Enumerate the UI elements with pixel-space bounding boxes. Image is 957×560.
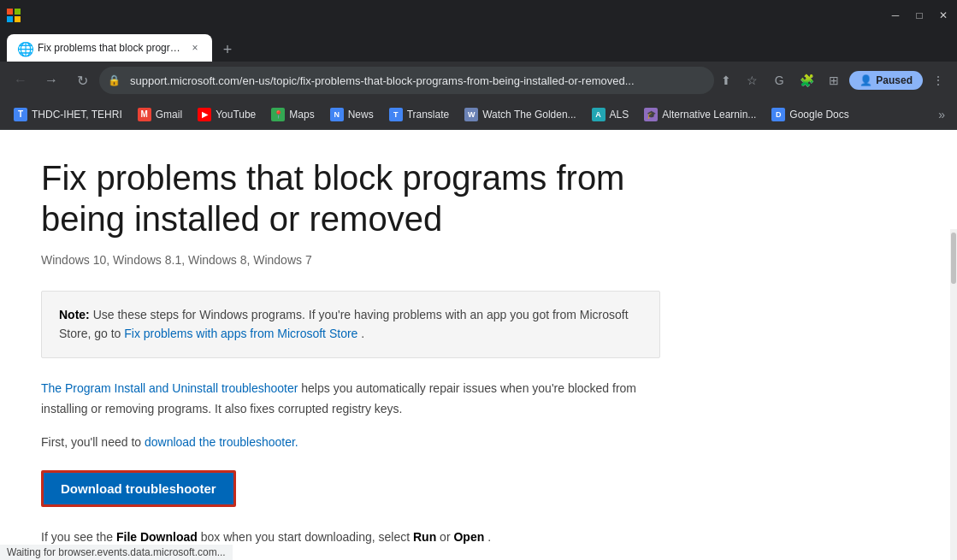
bookmark-alt-learning[interactable]: 🎓 Alternative Learnin... xyxy=(637,104,763,125)
active-tab[interactable]: 🌐 Fix problems that block program... × xyxy=(7,34,212,62)
lock-icon: 🔒 xyxy=(108,74,121,86)
tab-title: Fix problems that block program... xyxy=(38,42,181,54)
note-link[interactable]: Fix problems with apps from Microsoft St… xyxy=(124,327,357,340)
bookmark-label: Translate xyxy=(407,109,450,121)
address-bar: ← → ↻ 🔒 support.microsoft.com/en-us/topi… xyxy=(0,62,957,99)
maps-favicon: 📍 xyxy=(271,108,285,121)
bookmark-watch[interactable]: W Watch The Golden... xyxy=(458,104,582,125)
address-container: 🔒 support.microsoft.com/en-us/topic/fix-… xyxy=(99,67,764,94)
body-text-content: The Program Install and Uninstall troubl… xyxy=(41,381,298,395)
bookmark-icon[interactable]: ☆ xyxy=(740,68,764,92)
file-download-text2: box when you start downloading, select xyxy=(201,530,413,544)
bookmark-label: Alternative Learnin... xyxy=(662,109,756,121)
or-text: or xyxy=(440,530,453,544)
als-favicon: A xyxy=(592,108,606,121)
first-text-highlight: download the troubleshooter. xyxy=(145,435,298,449)
first-line-text: First, you'll need to download the troub… xyxy=(41,433,660,453)
bookmark-label: Google Docs xyxy=(789,109,848,121)
watch-favicon: W xyxy=(464,108,478,121)
note-box: Note: Use these steps for Windows progra… xyxy=(41,291,660,358)
youtube-favicon: ▶ xyxy=(198,108,211,121)
grammarly-icon[interactable]: G xyxy=(767,68,791,92)
alt-learning-favicon: 🎓 xyxy=(644,108,658,121)
forward-button[interactable]: → xyxy=(38,67,65,94)
bookmark-google-docs[interactable]: D Google Docs xyxy=(765,104,855,125)
bookmark-translate[interactable]: T Translate xyxy=(382,104,457,125)
tab-favicon: 🌐 xyxy=(17,41,31,55)
back-icon: ← xyxy=(14,73,27,88)
gmail-favicon: M xyxy=(138,108,151,121)
translate-favicon: T xyxy=(389,108,403,121)
status-bar: Waiting for browser.events.data.microsof… xyxy=(0,545,233,560)
profile-avatar: 👤 xyxy=(860,74,872,86)
more-menu-icon[interactable]: ⋮ xyxy=(926,68,950,92)
bookmark-label: THDC-IHET, TEHRI xyxy=(32,109,122,121)
bookmark-label: YouTube xyxy=(216,109,256,121)
paused-label: Paused xyxy=(876,74,913,86)
run-bold: Run xyxy=(413,530,436,544)
first-text-start: First, you'll need to xyxy=(41,435,145,449)
body-text-1: The Program Install and Uninstall troubl… xyxy=(41,379,660,420)
maximize-button[interactable]: □ xyxy=(913,9,926,22)
bookmark-news[interactable]: N News xyxy=(323,104,381,125)
minimize-button[interactable]: ─ xyxy=(889,9,902,22)
file-download-bold: File Download xyxy=(116,530,198,544)
page-wrapper: Fix problems that block programs from be… xyxy=(0,130,957,560)
open-bold: Open xyxy=(453,530,484,544)
bookmark-label: Watch The Golden... xyxy=(482,109,576,121)
bookmark-thdc[interactable]: T THDC-IHET, TEHRI xyxy=(7,104,129,125)
share-icon[interactable]: ⬆ xyxy=(714,68,738,92)
bookmark-label: News xyxy=(348,109,374,121)
extensions-icon[interactable]: 🧩 xyxy=(795,68,818,92)
reload-button[interactable]: ↻ xyxy=(68,67,96,94)
bookmark-label: Gmail xyxy=(156,109,182,121)
bookmarks-bar: T THDC-IHET, TEHRI M Gmail ▶ YouTube 📍 M… xyxy=(0,99,957,130)
close-button[interactable]: ✕ xyxy=(936,9,950,22)
bookmark-maps[interactable]: 📍 Maps xyxy=(264,104,321,125)
note-bold: Note: xyxy=(59,308,90,321)
bookmarks-overflow-button[interactable]: » xyxy=(933,104,950,125)
google-docs-favicon: D xyxy=(771,108,785,121)
page-content: Fix problems that block programs from be… xyxy=(0,130,701,560)
tab-bar: 🌐 Fix problems that block program... × + xyxy=(0,31,957,62)
back-button[interactable]: ← xyxy=(7,67,34,94)
bookmark-label: ALS xyxy=(610,109,629,121)
bookmark-youtube[interactable]: ▶ YouTube xyxy=(191,104,263,125)
page-title: Fix problems that block programs from be… xyxy=(41,157,660,239)
sidebar-icon[interactable]: ⊞ xyxy=(822,68,846,92)
tab-close-button[interactable]: × xyxy=(188,41,202,55)
profile-paused-button[interactable]: 👤 Paused xyxy=(849,71,923,90)
bookmark-als[interactable]: A ALS xyxy=(585,104,636,125)
bookmark-label: Maps xyxy=(289,109,314,121)
windows-logo xyxy=(7,9,21,22)
address-actions: ⬆ ☆ xyxy=(714,68,764,92)
url-bar[interactable]: support.microsoft.com/en-us/topic/fix-pr… xyxy=(99,67,714,94)
scrollbar-thumb[interactable] xyxy=(951,233,956,284)
page-subtitle: Windows 10, Windows 8.1, Windows 8, Wind… xyxy=(41,253,660,267)
news-favicon: N xyxy=(330,108,344,121)
window-controls: ─ □ ✕ xyxy=(889,9,950,22)
download-troubleshooter-button[interactable]: Download troubleshooter xyxy=(41,470,236,507)
bookmark-gmail[interactable]: M Gmail xyxy=(131,104,189,125)
reload-icon: ↻ xyxy=(77,73,88,89)
forward-icon: → xyxy=(44,73,58,88)
period: . xyxy=(487,530,491,544)
title-bar: ─ □ ✕ xyxy=(0,0,957,31)
new-tab-button[interactable]: + xyxy=(216,38,239,62)
scrollbar[interactable] xyxy=(950,229,957,560)
note-text2: . xyxy=(361,327,364,340)
file-download-text1: If you see the xyxy=(41,530,116,544)
thdc-favicon: T xyxy=(14,108,27,121)
